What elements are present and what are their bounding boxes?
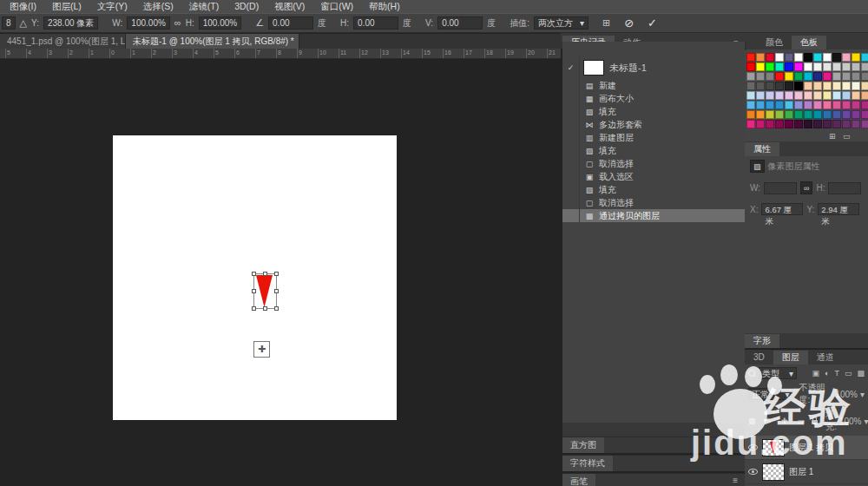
color-swatch[interactable] [842,53,851,62]
color-swatch[interactable] [832,53,841,62]
collapsed-panel-tab[interactable]: 画笔 [562,474,595,486]
color-swatch[interactable] [832,120,841,128]
history-source-checkbox[interactable] [562,118,580,131]
y-position-field[interactable]: 238.00 像素 [43,16,98,30]
color-swatch[interactable] [785,72,793,81]
transform-handle-sw[interactable] [252,306,256,311]
color-swatch[interactable] [746,110,755,119]
color-swatch[interactable] [766,120,774,128]
transform-handle-s[interactable] [263,306,267,311]
v-skew-field[interactable]: 0.00 [437,16,483,30]
color-swatch[interactable] [852,120,860,128]
lock-artboard-icon[interactable]: ▭ [798,417,806,425]
color-swatch[interactable] [794,72,803,81]
color-swatch[interactable] [861,72,868,81]
color-swatch[interactable] [785,62,793,71]
history-source-checkbox[interactable] [562,170,580,183]
color-swatch[interactable] [775,101,784,109]
visibility-eye-icon[interactable] [748,444,758,450]
history-state-row[interactable]: ▥新建图层 [562,131,745,144]
color-swatch[interactable] [804,101,812,109]
color-swatch[interactable] [785,101,793,109]
color-swatch[interactable] [804,53,812,62]
color-swatch[interactable] [766,110,774,119]
menu-item[interactable]: 窗口(W) [312,0,361,13]
history-state-row[interactable]: ▩通过拷贝的图层 [562,209,745,222]
chevron-down-icon[interactable]: ▾ [864,417,868,426]
color-swatch[interactable] [852,82,860,90]
tab-3d[interactable]: 3D [745,351,773,364]
history-state-row[interactable]: ⋈多边形套索 [562,118,745,131]
history-state-row[interactable]: ▨填充 [562,183,745,196]
color-swatch[interactable] [823,82,832,90]
color-swatch[interactable] [785,82,793,90]
history-snapshot-row[interactable]: ✓未标题-1 [562,56,745,79]
lock-position-icon[interactable]: ✚ [781,417,788,425]
menu-item[interactable]: 选择(S) [135,0,181,13]
color-swatch[interactable] [746,53,755,62]
color-swatch[interactable] [852,72,860,81]
panel-menu-icon[interactable]: ≡ [733,476,738,485]
color-swatch[interactable] [746,91,755,100]
width-field[interactable]: 100.00% [127,16,169,30]
color-swatch[interactable] [775,72,784,81]
color-swatch[interactable] [794,53,803,62]
color-swatch[interactable] [766,101,774,109]
color-swatch[interactable] [756,91,765,100]
color-swatch[interactable] [746,101,755,109]
color-swatch[interactable] [766,82,774,90]
history-brush-source-icon[interactable]: ✓ [562,56,580,79]
color-swatch[interactable] [823,62,832,71]
color-swatch[interactable] [794,101,803,109]
color-swatch[interactable] [842,72,851,81]
filter-pixel-icon[interactable]: ▣ [812,369,820,378]
color-swatch[interactable] [861,91,868,100]
color-swatch[interactable] [794,91,803,100]
blend-mode-select[interactable]: 正常 ▾ [748,388,793,400]
history-source-checkbox[interactable] [562,79,580,92]
menu-item[interactable]: 图像(I) [2,0,44,13]
transform-handle-ne[interactable] [274,272,279,276]
color-swatch[interactable] [756,101,765,109]
horizontal-ruler[interactable]: 543210123456789101112131415161718192021 [0,49,561,59]
color-swatch[interactable] [813,62,822,71]
maintain-aspect-link-icon[interactable]: ∞ [174,16,181,30]
color-swatch[interactable] [823,120,832,128]
history-source-checkbox[interactable] [562,144,580,157]
lock-transparency-icon[interactable]: ▦ [748,417,756,425]
color-swatch[interactable] [775,62,784,71]
document-canvas[interactable]: ✚ [113,135,397,420]
link-dimensions-icon[interactable]: ∞ [800,181,812,194]
document-tab[interactable]: 未标题-1 @ 100%(图层 1 拷贝, RGB/8#) *× [126,34,299,49]
color-swatch[interactable] [785,110,793,119]
prop-x-field[interactable]: 6.67 厘米 [761,203,803,215]
color-swatch[interactable] [861,62,868,71]
color-swatch[interactable] [804,120,812,128]
color-swatch[interactable] [813,72,822,81]
color-swatch[interactable] [813,120,822,128]
menu-item[interactable]: 滤镜(T) [181,0,227,13]
move-cursor-target[interactable]: ✚ [253,341,270,358]
tab-swatches[interactable]: 色板 [792,36,826,49]
color-swatch[interactable] [852,101,860,109]
color-swatch[interactable] [794,82,803,90]
color-swatch[interactable] [756,120,765,128]
color-swatch[interactable] [804,110,812,119]
color-swatch[interactable] [861,82,868,90]
color-swatch[interactable] [852,53,860,62]
color-swatch[interactable] [852,62,860,71]
color-swatch[interactable] [804,82,812,90]
history-source-checkbox[interactable] [562,105,580,118]
color-swatch[interactable] [804,72,812,81]
color-swatch[interactable] [775,82,784,90]
color-swatch[interactable] [813,101,822,109]
color-swatch[interactable] [756,62,765,71]
color-swatch[interactable] [766,53,774,62]
color-swatch[interactable] [832,72,841,81]
color-swatch[interactable] [804,91,812,100]
color-swatch[interactable] [842,110,851,119]
history-source-checkbox[interactable] [562,196,580,209]
x-position-field-truncated[interactable]: 8 [2,16,16,30]
layer-thumbnail[interactable] [762,463,785,481]
transform-handle-e[interactable] [274,289,279,293]
